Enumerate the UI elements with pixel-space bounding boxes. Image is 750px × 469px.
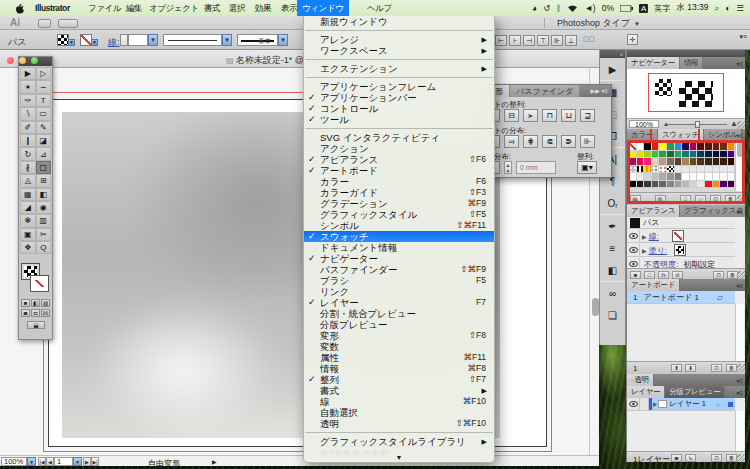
swatch-r3-0[interactable] — [629, 158, 637, 166]
tab-pathfinder[interactable]: パスファインダ — [510, 85, 580, 97]
artboard-tool[interactable]: ▣ — [20, 228, 36, 241]
menu-item-グラフィックスタイルライブラリ[interactable]: グラフィックスタイルライブラリ▶ — [304, 436, 494, 447]
navigator-zoom-slider[interactable] — [667, 124, 727, 125]
swatch-gray-0[interactable] — [629, 173, 637, 181]
swatch-r2-8[interactable] — [690, 151, 698, 159]
menu-item-整列[interactable]: ✓整列⇧F7 — [304, 374, 494, 385]
swatch-dark-3[interactable] — [652, 181, 660, 189]
menu-item-カラー[interactable]: カラーF6 — [304, 176, 494, 187]
shape-builder-tool[interactable]: ◬ — [20, 174, 36, 187]
swatch-gray-9[interactable] — [697, 173, 705, 181]
transparency-panel-menu-icon[interactable]: ▾≡ — [736, 377, 743, 384]
stroke-row-expander[interactable]: ▶ — [640, 233, 649, 240]
stroke-swatch[interactable] — [31, 276, 48, 291]
menu-item-アプリケーションバー[interactable]: ✓アプリケーションバー — [304, 92, 494, 103]
stroke-visibility-eye-icon[interactable] — [627, 230, 640, 242]
swatch-r1-10[interactable] — [705, 143, 713, 151]
distribute-objects-button-5[interactable]: ⊪ — [580, 135, 595, 148]
menu-item-パスファインダー[interactable]: パスファインダー⇧⌘F9 — [304, 264, 494, 275]
perspective-grid-tool[interactable]: ⊞ — [36, 174, 52, 187]
menu-item-透明[interactable]: 透明⇧⌘F10 — [304, 418, 494, 429]
siri-icon[interactable]: ◐ — [725, 3, 730, 13]
menubar-item-3[interactable]: オブジェクト — [144, 0, 204, 16]
swatch-r3-3[interactable] — [652, 158, 660, 166]
rectangle-tool[interactable]: ▭ — [36, 107, 52, 120]
clear-appearance-icon[interactable]: ⊘ — [672, 271, 683, 279]
swatch-r3-2[interactable] — [644, 158, 652, 166]
magic-wand-tool[interactable]: ✶ — [20, 80, 36, 93]
appearance-stroke-label[interactable]: 線: — [649, 231, 659, 242]
artboard-nav-field[interactable]: 1 — [54, 457, 73, 466]
menu-item-分割・統合プレビュー[interactable]: 分割・統合プレビュー — [304, 308, 494, 319]
move-artboard-up-icon[interactable]: ⬆ — [671, 364, 682, 372]
swatch-r1-11[interactable] — [713, 143, 721, 151]
swatch-kinds-icon[interactable]: ▥. — [655, 195, 666, 203]
eraser-tool[interactable]: ◪ — [36, 134, 52, 147]
layer-list-item[interactable]: ▶ レイヤー 1 ○ — [627, 398, 735, 411]
swatch-dark-7[interactable] — [682, 181, 690, 189]
layers-scrollbar[interactable] — [735, 411, 744, 451]
brush-definition-dropdown[interactable]: ▼ — [278, 34, 288, 46]
align-button-4[interactable]: ⊪ — [551, 35, 563, 46]
menu-item-ブラシ[interactable]: ブラシF5 — [304, 275, 494, 286]
menu-item-変形[interactable]: 変形⇧F8 — [304, 330, 494, 341]
swatch-r1-12[interactable] — [720, 143, 728, 151]
first-artboard-button[interactable]: |◀ — [38, 457, 46, 466]
swatch-dark-6[interactable] — [675, 181, 683, 189]
wifi-icon[interactable] — [567, 4, 578, 13]
hand-tool[interactable]: ❖ — [20, 241, 36, 254]
appearance-fill-label[interactable]: 塗り: — [649, 245, 667, 256]
swatch-dark-8[interactable] — [690, 181, 698, 189]
menu-item-アピアランス[interactable]: ✓アピアランス⇧F6 — [304, 154, 494, 165]
swatch-r2-6[interactable] — [675, 151, 683, 159]
notification-center-icon[interactable]: ☰ — [736, 3, 744, 13]
width-profile-dropdown[interactable]: ▼ — [222, 34, 232, 46]
swatch-dark-12[interactable] — [720, 181, 728, 189]
menu-item-アクション[interactable]: アクション — [304, 143, 494, 154]
swatch-r2-5[interactable] — [667, 151, 675, 159]
swatch-pattern-10[interactable] — [705, 166, 713, 174]
close-button[interactable] — [7, 57, 14, 64]
menu-item-分版プレビュー[interactable]: 分版プレビュー — [304, 319, 494, 330]
distribute-objects-button-1[interactable]: ⫤ — [504, 135, 519, 148]
menu-item-新規ウィンドウ[interactable]: 新規ウィンドウ — [304, 16, 494, 27]
width-profile-field[interactable] — [163, 34, 222, 46]
artboard-page-icon[interactable]: ▱ — [717, 293, 723, 302]
swatch-pattern-11[interactable] — [713, 166, 721, 174]
graph-tool[interactable]: ▥ — [36, 214, 52, 227]
swatch-gray-1[interactable] — [637, 173, 645, 181]
align-button-2[interactable]: ⊣ — [523, 35, 535, 46]
control-panel-menu-icon[interactable]: ▾≡ — [739, 33, 747, 41]
swatch-gray-3[interactable] — [652, 173, 660, 181]
menu-item-ドキュメント情報[interactable]: ドキュメント情報 — [304, 242, 494, 253]
isolate-selection-icon[interactable]: ▦⃕ — [583, 35, 595, 44]
swatch-pattern-2[interactable] — [644, 166, 652, 174]
swatch-options-icon[interactable]: □ — [680, 195, 691, 203]
align-objects-button-1[interactable]: ⊟ — [504, 109, 519, 122]
swatch-dark-0[interactable] — [629, 181, 637, 189]
menu-item-変数[interactable]: 変数 — [304, 341, 494, 352]
appearance-panel-menu-icon[interactable]: ▾≡ — [736, 208, 743, 215]
swatch-dark-4[interactable] — [659, 181, 667, 189]
artboards-panel-menu-icon[interactable]: ▾≡ — [736, 282, 743, 289]
swatch-dark-11[interactable] — [713, 181, 721, 189]
navigator-zoom-field[interactable]: 100% — [629, 120, 659, 128]
mesh-tool[interactable]: ▦ — [20, 188, 36, 201]
menubar-item-6[interactable]: 効果 — [250, 0, 276, 16]
menu-item-コントロール[interactable]: ✓コントロール — [304, 103, 494, 114]
swatch-r3-11[interactable] — [713, 158, 721, 166]
draw-behind-button[interactable]: ◘ — [31, 309, 40, 317]
zoom-level-dropdown[interactable]: ▼ — [27, 457, 36, 466]
layers-panel-menu-icon[interactable]: ▾≡ — [736, 389, 743, 396]
prev-artboard-button[interactable]: ◀ — [46, 457, 54, 466]
ink-panel-icon[interactable]: ✒ — [600, 215, 625, 237]
expand-panel-icon[interactable]: ▶ — [600, 58, 625, 80]
input-source-icon[interactable]: A — [639, 4, 648, 13]
swatch-gray-8[interactable] — [690, 173, 698, 181]
swatch-r1-3[interactable] — [652, 143, 660, 151]
swatch-r3-7[interactable] — [682, 158, 690, 166]
menubar-item-9[interactable]: ヘルプ — [362, 0, 397, 16]
tab-navigator[interactable]: ナビゲーター — [627, 57, 680, 69]
swatch-gray-5[interactable] — [667, 173, 675, 181]
arrange-documents-button[interactable] — [58, 19, 78, 28]
